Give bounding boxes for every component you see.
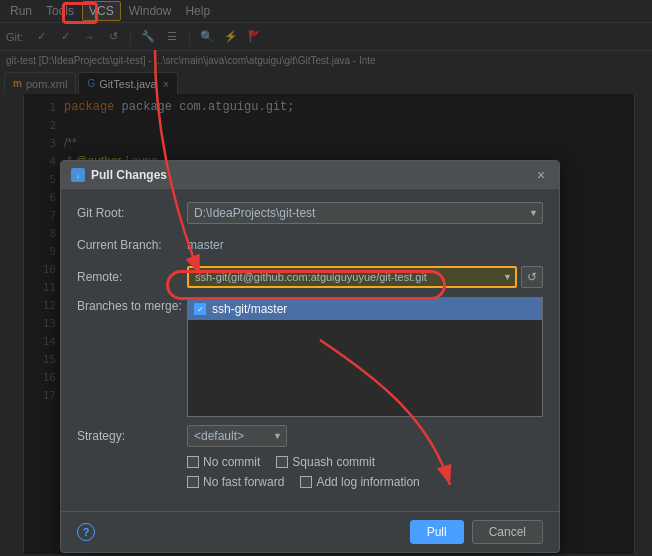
options-row-1: No commit Squash commit: [187, 455, 543, 469]
pull-button[interactable]: Pull: [410, 520, 464, 544]
footer-buttons: Pull Cancel: [410, 520, 543, 544]
option-add-log[interactable]: Add log information: [300, 475, 419, 489]
dialog-title-text: Pull Changes: [91, 168, 167, 182]
git-root-select[interactable]: D:\IdeaProjects\git-test: [187, 202, 543, 224]
squash-commit-label: Squash commit: [292, 455, 375, 469]
git-root-select-wrapper: D:\IdeaProjects\git-test ▼: [187, 202, 543, 224]
cancel-button[interactable]: Cancel: [472, 520, 543, 544]
branches-list[interactable]: ✓ ssh-git/master: [187, 297, 543, 417]
add-log-checkbox[interactable]: [300, 476, 312, 488]
remote-input[interactable]: [187, 266, 517, 288]
remote-label: Remote:: [77, 270, 187, 284]
remote-row: Remote: ▼ ↺: [77, 265, 543, 289]
branch-checkbox-master[interactable]: ✓: [194, 303, 206, 315]
svg-text:↓: ↓: [76, 172, 80, 179]
option-squash-commit[interactable]: Squash commit: [276, 455, 375, 469]
dialog-title-bar: ↓ Pull Changes ×: [61, 161, 559, 189]
dialog-body: Git Root: D:\IdeaProjects\git-test ▼ Cur…: [61, 189, 559, 511]
pull-changes-dialog: ↓ Pull Changes × Git Root: D:\IdeaProjec…: [60, 160, 560, 553]
dialog-close-button[interactable]: ×: [533, 167, 549, 183]
add-log-label: Add log information: [316, 475, 419, 489]
help-button[interactable]: ?: [77, 523, 95, 541]
no-fast-forward-checkbox[interactable]: [187, 476, 199, 488]
option-no-commit[interactable]: No commit: [187, 455, 260, 469]
branch-name-master: ssh-git/master: [212, 302, 287, 316]
current-branch-label: Current Branch:: [77, 238, 187, 252]
git-root-label: Git Root:: [77, 206, 187, 220]
option-no-fast-forward[interactable]: No fast forward: [187, 475, 284, 489]
strategy-select[interactable]: <default> resolve recursive octopus ours…: [187, 425, 287, 447]
options-area: No commit Squash commit No fast forward …: [187, 455, 543, 489]
options-row-2: No fast forward Add log information: [187, 475, 543, 489]
dialog-title-left: ↓ Pull Changes: [71, 168, 167, 182]
remote-input-wrapper: ▼: [187, 266, 517, 288]
strategy-select-wrapper: <default> resolve recursive octopus ours…: [187, 425, 287, 447]
no-fast-forward-label: No fast forward: [203, 475, 284, 489]
squash-commit-checkbox[interactable]: [276, 456, 288, 468]
remote-refresh-button[interactable]: ↺: [521, 266, 543, 288]
branches-row: Branches to merge: ✓ ssh-git/master: [77, 297, 543, 417]
branch-item-master[interactable]: ✓ ssh-git/master: [188, 298, 542, 320]
current-branch-row: Current Branch: master: [77, 233, 543, 257]
remote-input-area: ▼ ↺: [187, 266, 543, 288]
branches-label: Branches to merge:: [77, 297, 187, 313]
strategy-row: Strategy: <default> resolve recursive oc…: [77, 425, 543, 447]
git-root-row: Git Root: D:\IdeaProjects\git-test ▼: [77, 201, 543, 225]
no-commit-label: No commit: [203, 455, 260, 469]
dialog-icon: ↓: [71, 168, 85, 182]
current-branch-value: master: [187, 238, 224, 252]
no-commit-checkbox[interactable]: [187, 456, 199, 468]
strategy-label: Strategy:: [77, 429, 187, 443]
dialog-footer: ? Pull Cancel: [61, 511, 559, 552]
